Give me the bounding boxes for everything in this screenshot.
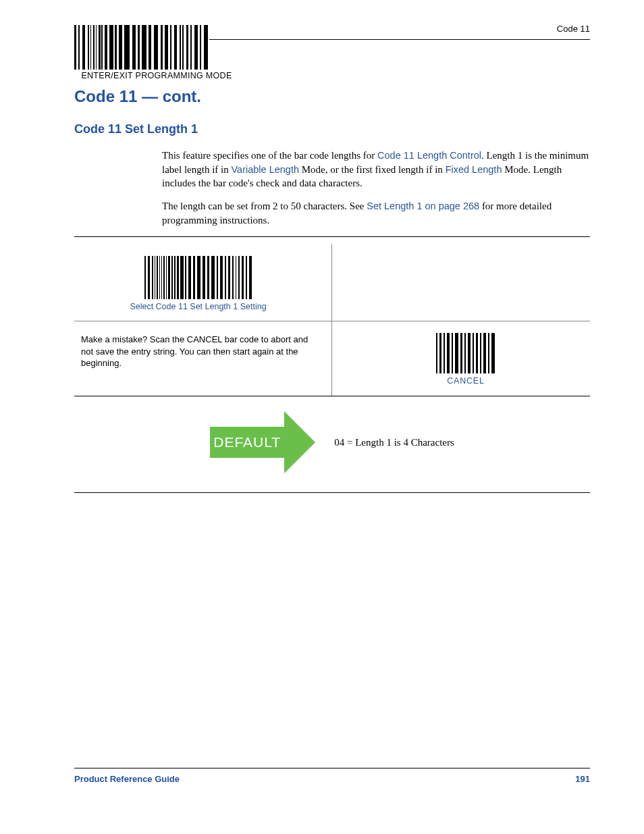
svg-rect-68 — [460, 333, 462, 373]
svg-rect-67 — [455, 333, 458, 373]
link-length-control[interactable]: Code 11 Length Control — [377, 150, 481, 161]
svg-rect-4 — [88, 25, 89, 70]
divider-top — [74, 236, 590, 237]
cell-empty — [332, 244, 590, 321]
svg-rect-40 — [168, 256, 170, 299]
paragraph-2: The length can be set from 2 to 50 chara… — [74, 199, 590, 227]
svg-rect-27 — [190, 25, 192, 70]
svg-rect-35 — [157, 256, 158, 299]
svg-rect-57 — [236, 256, 236, 299]
svg-rect-17 — [142, 25, 146, 70]
svg-rect-49 — [203, 256, 205, 299]
barcode-select-length — [144, 256, 252, 299]
svg-rect-14 — [124, 25, 130, 70]
svg-rect-38 — [163, 256, 165, 299]
svg-rect-55 — [228, 256, 230, 299]
cancel-barcode-caption: CANCEL — [447, 376, 485, 386]
svg-rect-12 — [115, 25, 117, 70]
p2-t1: The length can be set from 2 to 50 chara… — [162, 201, 367, 211]
table-row: Make a mistake? Scan the CANCEL bar code… — [74, 321, 590, 396]
p1-t3: Mode, or the first fixed length if in — [299, 164, 446, 175]
svg-rect-1 — [74, 25, 76, 70]
svg-rect-61 — [249, 256, 252, 299]
default-value-text: 04 = Length 1 is 4 Characters — [334, 437, 454, 448]
svg-rect-54 — [225, 256, 226, 299]
svg-rect-65 — [447, 333, 450, 373]
page-footer: Product Reference Guide 191 — [74, 768, 590, 784]
svg-rect-43 — [177, 256, 179, 299]
svg-rect-26 — [186, 25, 188, 70]
svg-rect-37 — [161, 256, 162, 299]
svg-rect-53 — [220, 256, 223, 299]
svg-rect-42 — [174, 256, 176, 299]
svg-rect-39 — [166, 256, 167, 299]
svg-rect-48 — [197, 256, 200, 299]
cell-mistake-text: Make a mistake? Scan the CANCEL bar code… — [74, 321, 332, 396]
svg-rect-34 — [155, 256, 155, 299]
svg-rect-28 — [194, 25, 198, 70]
arrow-head-icon — [284, 411, 315, 473]
svg-rect-16 — [138, 25, 140, 70]
svg-rect-3 — [82, 25, 85, 70]
svg-rect-31 — [144, 256, 146, 299]
svg-rect-70 — [468, 333, 471, 373]
svg-rect-19 — [154, 25, 158, 70]
svg-rect-36 — [159, 256, 160, 299]
svg-rect-13 — [119, 25, 122, 70]
barcode-enter-exit — [74, 25, 209, 70]
svg-rect-23 — [174, 25, 177, 70]
svg-rect-59 — [242, 256, 244, 299]
svg-rect-69 — [464, 333, 466, 373]
link-fixed-length[interactable]: Fixed Length — [446, 164, 502, 175]
link-set-length-page[interactable]: Set Length 1 on page 268 — [367, 201, 479, 211]
svg-rect-45 — [185, 256, 186, 299]
svg-rect-47 — [193, 256, 195, 299]
svg-rect-32 — [148, 256, 150, 299]
svg-rect-41 — [171, 256, 173, 299]
paragraph-1: This feature specifies one of the bar co… — [74, 149, 590, 190]
heading-main: Code 11 — cont. — [74, 87, 590, 106]
svg-rect-18 — [149, 25, 151, 70]
svg-rect-75 — [488, 333, 489, 373]
svg-rect-52 — [217, 256, 218, 299]
cell-cancel-barcode: CANCEL — [332, 321, 590, 396]
header-section-label: Code 11 — [557, 24, 590, 34]
default-arrow: DEFAULT — [210, 411, 315, 473]
svg-rect-6 — [93, 25, 95, 70]
barcode-cancel — [436, 333, 495, 373]
svg-rect-11 — [109, 25, 113, 70]
svg-rect-9 — [101, 25, 103, 70]
svg-rect-56 — [232, 256, 234, 299]
footer-title: Product Reference Guide — [74, 774, 180, 784]
svg-rect-29 — [200, 25, 201, 70]
select-barcode-caption: Select Code 11 Set Length 1 Setting — [130, 302, 266, 311]
svg-rect-22 — [170, 25, 171, 70]
options-table: Select Code 11 Set Length 1 Setting Make… — [74, 244, 590, 493]
svg-rect-64 — [444, 333, 445, 373]
svg-rect-58 — [238, 256, 240, 299]
svg-rect-20 — [161, 25, 163, 70]
svg-rect-8 — [99, 25, 101, 70]
svg-rect-71 — [473, 333, 474, 373]
table-row: Select Code 11 Set Length 1 Setting — [74, 244, 590, 321]
svg-rect-51 — [211, 256, 215, 299]
enter-exit-barcode-block: ENTER/EXIT PROGRAMMING MODE — [74, 25, 590, 80]
heading-sub: Code 11 Set Length 1 — [74, 122, 590, 136]
svg-rect-5 — [90, 25, 91, 70]
svg-rect-46 — [188, 256, 191, 299]
default-arrow-label: DEFAULT — [210, 427, 284, 458]
link-variable-length[interactable]: Variable Length — [231, 164, 299, 175]
cell-select-barcode: Select Code 11 Set Length 1 Setting — [74, 244, 332, 321]
svg-rect-73 — [480, 333, 481, 373]
svg-rect-60 — [246, 256, 247, 299]
enter-exit-caption: ENTER/EXIT PROGRAMMING MODE — [74, 71, 239, 80]
mistake-instructions: Make a mistake? Scan the CANCEL bar code… — [81, 334, 315, 369]
svg-rect-15 — [132, 25, 136, 70]
footer-page-number: 191 — [575, 774, 590, 784]
cancel-barcode-block: CANCEL — [436, 333, 495, 386]
svg-rect-44 — [180, 256, 184, 299]
svg-rect-66 — [452, 333, 453, 373]
svg-rect-30 — [204, 25, 208, 70]
svg-rect-7 — [96, 25, 97, 70]
default-row: DEFAULT 04 = Length 1 is 4 Characters — [74, 396, 590, 493]
